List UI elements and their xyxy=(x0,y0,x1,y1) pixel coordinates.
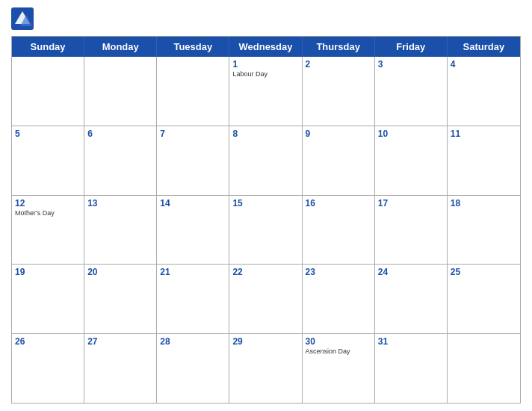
day-number: 16 xyxy=(306,198,315,208)
day-cell: 7 xyxy=(157,126,229,195)
day-cell: 25 xyxy=(448,265,520,333)
day-headers-row: SundayMondayTuesdayWednesdayThursdayFrid… xyxy=(12,37,520,57)
day-cell: 2 xyxy=(303,57,375,126)
day-number: 3 xyxy=(378,59,383,69)
day-cell xyxy=(12,57,84,126)
day-number: 26 xyxy=(15,336,25,347)
day-header-wednesday: Wednesday xyxy=(229,37,302,57)
day-header-monday: Monday xyxy=(84,37,157,57)
day-header-thursday: Thursday xyxy=(303,37,375,57)
day-cell: 10 xyxy=(375,126,448,195)
day-number: 22 xyxy=(232,267,242,277)
day-cell: 29 xyxy=(229,334,302,403)
day-cell: 26 xyxy=(12,334,84,403)
day-number: 11 xyxy=(451,129,460,139)
day-number: 24 xyxy=(378,267,388,277)
day-cell: 1Labour Day xyxy=(229,57,302,126)
day-cell xyxy=(448,334,520,403)
day-number: 14 xyxy=(160,198,170,208)
day-number: 29 xyxy=(232,336,242,347)
day-cell: 16 xyxy=(303,196,375,265)
calendar-grid: SundayMondayTuesdayWednesdayThursdayFrid… xyxy=(11,36,521,404)
day-cell: 6 xyxy=(84,126,157,195)
day-number: 7 xyxy=(160,129,165,139)
day-number: 31 xyxy=(378,336,388,347)
day-cell: 3 xyxy=(375,57,448,126)
day-header-tuesday: Tuesday xyxy=(157,37,229,57)
page-header xyxy=(11,7,521,30)
day-cell: 15 xyxy=(229,196,302,265)
day-cell: 9 xyxy=(303,126,375,195)
day-number: 17 xyxy=(378,198,388,208)
day-number: 1 xyxy=(232,59,238,69)
day-number: 27 xyxy=(87,336,97,347)
day-number: 2 xyxy=(306,59,311,69)
day-cell: 5 xyxy=(12,126,84,195)
day-cell: 4 xyxy=(448,57,520,126)
day-number: 12 xyxy=(15,198,25,208)
day-number: 13 xyxy=(87,198,97,208)
day-number: 20 xyxy=(87,267,97,277)
week-row-2: 567891011 xyxy=(12,126,520,196)
logo-icon xyxy=(11,7,34,30)
day-cell: 21 xyxy=(157,265,229,333)
day-cell: 8 xyxy=(229,126,302,195)
holiday-label: Mother's Day xyxy=(15,209,81,217)
day-cell: 31 xyxy=(375,334,448,403)
day-number: 30 xyxy=(306,336,315,347)
logo xyxy=(11,7,37,30)
holiday-label: Labour Day xyxy=(232,70,298,78)
day-number: 19 xyxy=(15,267,25,277)
day-cell: 22 xyxy=(229,265,302,333)
day-header-saturday: Saturday xyxy=(448,37,520,57)
day-cell: 23 xyxy=(303,265,375,333)
day-cell: 14 xyxy=(157,196,229,265)
week-row-1: 1Labour Day234 xyxy=(12,57,520,126)
day-number: 23 xyxy=(306,267,315,277)
day-number: 6 xyxy=(87,129,93,139)
day-number: 25 xyxy=(451,267,460,277)
day-number: 28 xyxy=(160,336,170,347)
day-cell: 24 xyxy=(375,265,448,333)
day-number: 21 xyxy=(160,267,170,277)
week-row-5: 2627282930Ascension Day31 xyxy=(12,334,520,403)
day-number: 4 xyxy=(451,59,456,69)
week-row-3: 12Mother's Day131415161718 xyxy=(12,196,520,265)
day-number: 9 xyxy=(306,129,311,139)
day-cell: 12Mother's Day xyxy=(12,196,84,265)
day-header-sunday: Sunday xyxy=(12,37,84,57)
day-number: 8 xyxy=(232,129,238,139)
week-row-4: 19202122232425 xyxy=(12,265,520,334)
day-header-friday: Friday xyxy=(375,37,448,57)
calendar-page: SundayMondayTuesdayWednesdayThursdayFrid… xyxy=(0,0,532,411)
day-number: 5 xyxy=(15,129,20,139)
day-cell: 18 xyxy=(448,196,520,265)
day-number: 15 xyxy=(232,198,242,208)
day-number: 10 xyxy=(378,129,388,139)
day-cell: 30Ascension Day xyxy=(303,334,375,403)
day-cell: 13 xyxy=(84,196,157,265)
day-cell: 20 xyxy=(84,265,157,333)
day-cell: 27 xyxy=(84,334,157,403)
day-cell xyxy=(84,57,157,126)
day-cell: 11 xyxy=(448,126,520,195)
weeks-container: 1Labour Day23456789101112Mother's Day131… xyxy=(12,57,520,403)
holiday-label: Ascension Day xyxy=(306,347,371,356)
day-cell: 28 xyxy=(157,334,229,403)
day-cell: 17 xyxy=(375,196,448,265)
day-number: 18 xyxy=(451,198,460,208)
day-cell: 19 xyxy=(12,265,84,333)
day-cell xyxy=(157,57,229,126)
